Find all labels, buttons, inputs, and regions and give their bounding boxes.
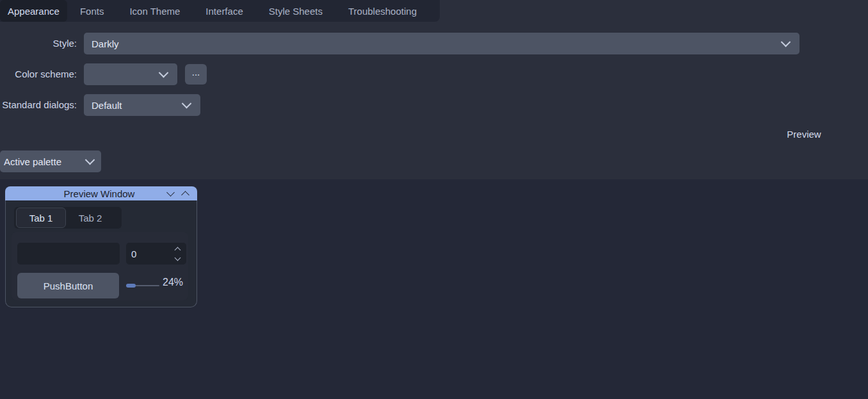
preview-push-button[interactable]: PushButton bbox=[17, 273, 119, 298]
tab-troubleshooting[interactable]: Troubleshooting bbox=[335, 0, 430, 22]
standard-dialogs-select-value: Default bbox=[84, 100, 183, 111]
style-select-value: Darkly bbox=[84, 38, 782, 49]
preview-window: Preview Window Tab 1 Tab 2 0 bbox=[5, 186, 197, 308]
tab-appearance[interactable]: Appearance bbox=[0, 0, 67, 22]
preview-spinbox-value: 0 bbox=[126, 248, 175, 259]
tab-interface[interactable]: Interface bbox=[193, 0, 255, 22]
preview-window-titlebar[interactable]: Preview Window bbox=[5, 186, 197, 200]
chevron-down-icon bbox=[159, 67, 169, 77]
chevron-down-icon[interactable] bbox=[166, 188, 175, 197]
preview-tab-1[interactable]: Tab 1 bbox=[16, 208, 66, 228]
preview-tab-bar: Tab 1 Tab 2 bbox=[14, 207, 122, 229]
standard-dialogs-label: Standard dialogs: bbox=[0, 94, 77, 116]
palette-select-value: Active palette bbox=[0, 156, 86, 167]
spin-down-icon[interactable] bbox=[175, 254, 181, 261]
preview-section-label: Preview bbox=[784, 129, 824, 142]
palette-select[interactable]: Active palette bbox=[0, 151, 101, 172]
tab-style-sheets[interactable]: Style Sheets bbox=[256, 0, 335, 22]
spin-up-icon[interactable] bbox=[175, 247, 181, 253]
preview-tab-page: 0 PushButton 24% bbox=[12, 232, 188, 300]
style-label: Style: bbox=[0, 33, 77, 54]
preview-tab-2[interactable]: Tab 2 bbox=[66, 207, 115, 229]
settings-tab-bar: Appearance Fonts Icon Theme Interface St… bbox=[0, 0, 440, 22]
color-scheme-label: Color scheme: bbox=[0, 63, 77, 85]
preview-window-body: Tab 1 Tab 2 0 PushButton bbox=[5, 200, 197, 307]
preview-line-edit[interactable] bbox=[17, 243, 120, 265]
tab-icon-theme[interactable]: Icon Theme bbox=[117, 0, 193, 22]
chevron-down-icon bbox=[781, 37, 791, 47]
tab-fonts[interactable]: Fonts bbox=[67, 0, 117, 22]
slider-value-label: 24% bbox=[163, 277, 195, 289]
color-scheme-browse-button[interactable]: ... bbox=[185, 64, 207, 85]
preview-spinbox[interactable]: 0 bbox=[126, 243, 186, 265]
preview-area: Preview Window Tab 1 Tab 2 0 bbox=[0, 179, 868, 399]
style-select[interactable]: Darkly bbox=[84, 33, 800, 54]
chevron-down-icon bbox=[182, 98, 192, 108]
appearance-settings-page: Appearance Fonts Icon Theme Interface St… bbox=[0, 0, 868, 399]
preview-window-title: Preview Window bbox=[5, 188, 168, 199]
chevron-up-icon[interactable] bbox=[181, 191, 189, 199]
preview-slider[interactable] bbox=[126, 279, 159, 293]
slider-handle[interactable] bbox=[126, 284, 136, 288]
color-scheme-select[interactable] bbox=[84, 63, 177, 85]
standard-dialogs-select[interactable]: Default bbox=[84, 94, 200, 116]
chevron-down-icon bbox=[85, 154, 95, 165]
